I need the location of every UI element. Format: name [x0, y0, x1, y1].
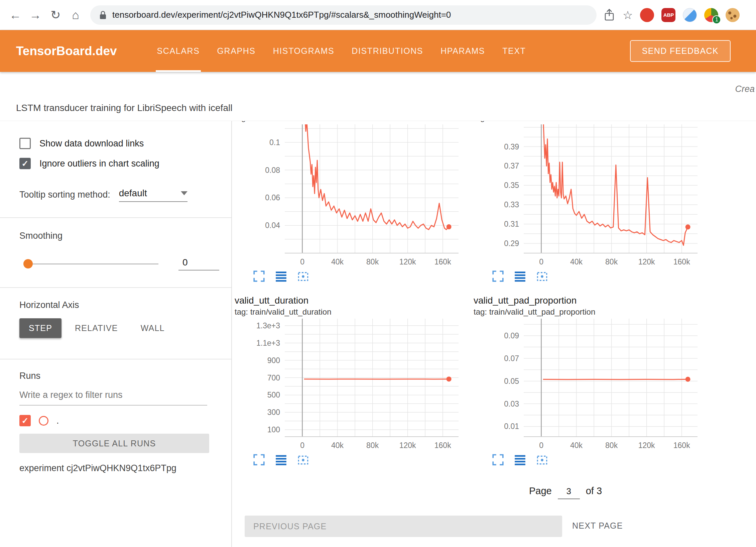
- expand-chart-icon[interactable]: [253, 270, 265, 283]
- abp-extension-icon[interactable]: ABP: [661, 8, 675, 22]
- tooltip-sorting-dropdown[interactable]: default: [119, 188, 187, 202]
- send-feedback-button[interactable]: SEND FEEDBACK: [630, 40, 731, 62]
- toggle-y-axis-icon[interactable]: [514, 270, 526, 283]
- scalar-chart-plot[interactable]: 0.040.060.080.1040k80k120k160k: [235, 124, 469, 268]
- svg-text:0.31: 0.31: [504, 220, 519, 228]
- svg-text:0.39: 0.39: [504, 142, 519, 151]
- reload-icon[interactable]: ↻: [46, 0, 65, 30]
- axis-relative-button[interactable]: RELATIVE: [66, 318, 127, 338]
- abp-label: ABP: [663, 12, 674, 18]
- svg-text:120k: 120k: [638, 441, 655, 450]
- chart-card-top-right: tag: train/… 0.290.310.330.350.370.39040…: [474, 121, 708, 283]
- run-row: ✓ .: [19, 415, 231, 426]
- tooltip-sorting-label: Tooltip sorting method:: [19, 190, 110, 202]
- fit-domain-icon[interactable]: [536, 270, 548, 283]
- svg-text:40k: 40k: [570, 257, 583, 266]
- address-bar[interactable]: tensorboard.dev/experiment/cj2vtPiwQHKN9…: [90, 5, 597, 25]
- smoothing-slider-thumb[interactable]: [23, 259, 33, 268]
- divider: [0, 287, 231, 288]
- url-text[interactable]: tensorboard.dev/experiment/cj2vtPiwQHKN9…: [112, 10, 451, 20]
- svg-text:40k: 40k: [331, 441, 344, 450]
- page-number-input[interactable]: [558, 486, 580, 499]
- svg-text:1.1e+3: 1.1e+3: [256, 339, 280, 347]
- svg-text:1.3e+3: 1.3e+3: [256, 321, 280, 330]
- lock-icon: [99, 10, 107, 20]
- tab-hparams[interactable]: HPARAMS: [440, 30, 485, 72]
- expand-chart-icon[interactable]: [492, 453, 504, 466]
- svg-text:500: 500: [267, 391, 280, 399]
- tab-distributions[interactable]: DISTRIBUTIONS: [352, 30, 423, 72]
- bookmark-star-icon[interactable]: ☆: [623, 8, 633, 22]
- chart-tag: tag: train/valid_utt_duration: [235, 307, 469, 317]
- smoothing-value-input[interactable]: [178, 257, 219, 270]
- blue-extension-icon[interactable]: [683, 8, 697, 22]
- fit-domain-icon[interactable]: [536, 453, 548, 466]
- smoothing-slider[interactable]: [25, 263, 158, 264]
- svg-text:160k: 160k: [673, 257, 690, 266]
- svg-text:0: 0: [539, 257, 543, 266]
- svg-text:0: 0: [300, 441, 304, 450]
- svg-text:0.08: 0.08: [265, 166, 280, 175]
- forward-icon[interactable]: →: [26, 0, 45, 30]
- svg-text:0.04: 0.04: [265, 221, 280, 230]
- toggle-y-axis-icon[interactable]: [275, 270, 287, 283]
- experiment-description: LSTM transducer training for LibriSpeech…: [16, 103, 232, 113]
- divider: [0, 359, 231, 359]
- chart-title: valid_utt_duration: [235, 295, 469, 307]
- run-checkbox[interactable]: ✓: [19, 415, 31, 426]
- axis-wall-button[interactable]: WALL: [131, 318, 174, 338]
- tab-histograms[interactable]: HISTOGRAMS: [273, 30, 335, 72]
- fit-domain-icon[interactable]: [297, 453, 309, 466]
- svg-text:0: 0: [539, 441, 543, 450]
- share-icon[interactable]: [603, 8, 615, 22]
- runs-filter-input[interactable]: [19, 388, 207, 406]
- expand-chart-icon[interactable]: [253, 453, 265, 466]
- cookie-extension-icon[interactable]: [726, 8, 740, 22]
- svg-text:160k: 160k: [673, 441, 690, 450]
- scalar-chart-plot[interactable]: 0.290.310.330.350.370.39040k80k120k160k: [474, 124, 708, 268]
- tab-text[interactable]: TEXT: [502, 30, 526, 72]
- scalar-chart-plot[interactable]: 0.010.030.050.070.09040k80k120k160k: [474, 319, 708, 451]
- tab-graphs[interactable]: GRAPHS: [217, 30, 255, 72]
- svg-text:120k: 120k: [638, 257, 655, 266]
- scalar-chart-plot[interactable]: 1003005007009001.1e+31.3e+3040k80k120k16…: [235, 319, 469, 451]
- svg-text:0: 0: [300, 257, 304, 266]
- profile-avatar[interactable]: 1: [704, 8, 718, 22]
- axis-step-button[interactable]: STEP: [19, 318, 61, 338]
- experiment-id-label: experiment cj2vtPiwQHKN9Q1tx6PTpg: [19, 463, 231, 473]
- show-download-links-checkbox[interactable]: [19, 138, 31, 149]
- chart-card-valid-utt-duration: valid_utt_duration tag: train/valid_utt_…: [235, 295, 469, 466]
- svg-text:80k: 80k: [366, 441, 379, 450]
- svg-text:120k: 120k: [399, 441, 416, 450]
- tab-scalars[interactable]: SCALARS: [157, 30, 200, 72]
- svg-text:0.06: 0.06: [265, 193, 280, 202]
- home-icon[interactable]: ⌂: [66, 0, 85, 30]
- svg-text:300: 300: [267, 408, 280, 417]
- svg-text:40k: 40k: [570, 441, 583, 450]
- experiment-header: Crea LSTM transducer training for LibriS…: [0, 72, 756, 121]
- svg-text:0.33: 0.33: [504, 200, 519, 209]
- show-download-links-label: Show data download links: [39, 138, 144, 149]
- svg-text:80k: 80k: [605, 257, 618, 266]
- svg-text:120k: 120k: [399, 257, 416, 266]
- toggle-y-axis-icon[interactable]: [514, 453, 526, 466]
- toggle-all-runs-button[interactable]: TOGGLE ALL RUNS: [19, 434, 209, 453]
- app-header: TensorBoard.dev SCALARS GRAPHS HISTOGRAM…: [0, 30, 756, 72]
- svg-text:900: 900: [267, 356, 280, 365]
- ignore-outliers-checkbox[interactable]: ✓: [19, 158, 31, 169]
- ignore-outliers-label: Ignore outliers in chart scaling: [39, 158, 159, 169]
- next-page-button[interactable]: NEXT PAGE: [572, 521, 623, 531]
- run-name: .: [56, 416, 59, 426]
- svg-text:80k: 80k: [605, 441, 618, 450]
- back-icon[interactable]: ←: [6, 0, 25, 30]
- divider: [0, 217, 231, 218]
- toggle-y-axis-icon[interactable]: [275, 453, 287, 466]
- svg-text:0.03: 0.03: [504, 400, 519, 408]
- svg-text:160k: 160k: [434, 257, 451, 266]
- expand-chart-icon[interactable]: [492, 270, 504, 283]
- fit-domain-icon[interactable]: [297, 270, 309, 283]
- run-color-swatch[interactable]: [39, 416, 48, 426]
- adblock-extension-icon[interactable]: [640, 8, 654, 22]
- chart-card-top-left: tag: train/… 0.040.060.080.1040k80k120k1…: [235, 121, 469, 283]
- previous-page-button[interactable]: PREVIOUS PAGE: [245, 516, 562, 537]
